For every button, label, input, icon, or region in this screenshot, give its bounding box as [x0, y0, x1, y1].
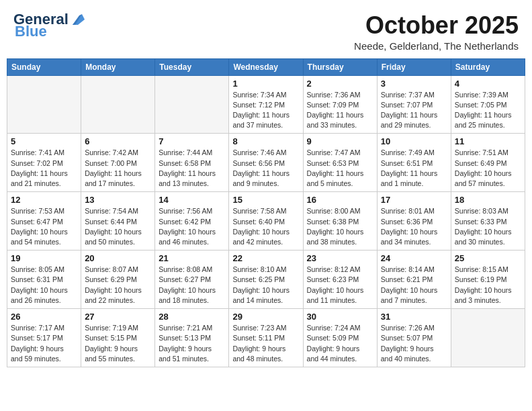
day-number: 23	[307, 253, 373, 263]
day-number: 26	[11, 312, 77, 322]
day-number: 27	[85, 312, 151, 322]
calendar-cell: 12Sunrise: 7:53 AM Sunset: 6:47 PM Dayli…	[7, 192, 81, 250]
calendar-table: SundayMondayTuesdayWednesdayThursdayFrid…	[7, 58, 525, 367]
day-info: Sunrise: 7:53 AM Sunset: 6:47 PM Dayligh…	[11, 206, 77, 247]
calendar-cell: 3Sunrise: 7:37 AM Sunset: 7:07 PM Daylig…	[377, 75, 451, 134]
calendar-cell: 30Sunrise: 7:24 AM Sunset: 5:09 PM Dayli…	[303, 309, 377, 367]
day-info: Sunrise: 7:19 AM Sunset: 5:15 PM Dayligh…	[85, 323, 151, 364]
calendar-cell: 29Sunrise: 7:23 AM Sunset: 5:11 PM Dayli…	[229, 309, 303, 367]
calendar-cell: 17Sunrise: 8:01 AM Sunset: 6:36 PM Dayli…	[377, 192, 451, 250]
calendar-cell: 23Sunrise: 8:12 AM Sunset: 6:23 PM Dayli…	[303, 250, 377, 309]
weekday-header-saturday: Saturday	[451, 58, 525, 75]
day-number: 18	[455, 195, 521, 205]
title-section: October 2025 Neede, Gelderland, The Neth…	[354, 12, 519, 52]
calendar-cell	[451, 309, 525, 367]
day-number: 21	[159, 253, 225, 263]
day-info: Sunrise: 7:34 AM Sunset: 7:12 PM Dayligh…	[232, 90, 299, 131]
calendar-cell: 19Sunrise: 8:05 AM Sunset: 6:31 PM Dayli…	[7, 250, 81, 309]
week-row-5: 26Sunrise: 7:17 AM Sunset: 5:17 PM Dayli…	[7, 309, 525, 367]
day-info: Sunrise: 7:54 AM Sunset: 6:44 PM Dayligh…	[85, 206, 151, 247]
day-info: Sunrise: 7:39 AM Sunset: 7:05 PM Dayligh…	[455, 90, 521, 131]
page-header: General Blue October 2025 Neede, Gelderl…	[7, 7, 525, 54]
day-info: Sunrise: 8:07 AM Sunset: 6:29 PM Dayligh…	[85, 265, 151, 306]
day-info: Sunrise: 8:05 AM Sunset: 6:31 PM Dayligh…	[11, 265, 77, 306]
day-number: 5	[11, 136, 77, 146]
logo: General Blue	[13, 12, 85, 39]
weekday-header-tuesday: Tuesday	[155, 58, 229, 75]
calendar-cell	[7, 75, 81, 134]
day-number: 15	[232, 195, 299, 205]
calendar-cell: 20Sunrise: 8:07 AM Sunset: 6:29 PM Dayli…	[81, 250, 155, 309]
calendar-cell: 27Sunrise: 7:19 AM Sunset: 5:15 PM Dayli…	[81, 309, 155, 367]
weekday-header-monday: Monday	[81, 58, 155, 75]
day-number: 1	[232, 79, 299, 89]
calendar-cell: 25Sunrise: 8:15 AM Sunset: 6:19 PM Dayli…	[451, 250, 525, 309]
day-number: 16	[307, 195, 373, 205]
day-number: 6	[85, 136, 151, 146]
day-info: Sunrise: 8:00 AM Sunset: 6:38 PM Dayligh…	[307, 206, 373, 247]
calendar-cell: 22Sunrise: 8:10 AM Sunset: 6:25 PM Dayli…	[229, 250, 303, 309]
day-number: 20	[85, 253, 151, 263]
day-number: 24	[381, 253, 447, 263]
day-number: 8	[232, 136, 299, 146]
day-number: 19	[11, 253, 77, 263]
calendar-cell: 9Sunrise: 7:47 AM Sunset: 6:53 PM Daylig…	[303, 134, 377, 192]
calendar-cell: 31Sunrise: 7:26 AM Sunset: 5:07 PM Dayli…	[377, 309, 451, 367]
day-number: 9	[307, 136, 373, 146]
calendar-cell: 16Sunrise: 8:00 AM Sunset: 6:38 PM Dayli…	[303, 192, 377, 250]
day-info: Sunrise: 7:23 AM Sunset: 5:11 PM Dayligh…	[232, 323, 299, 364]
day-info: Sunrise: 7:17 AM Sunset: 5:17 PM Dayligh…	[11, 323, 77, 364]
day-info: Sunrise: 7:41 AM Sunset: 7:02 PM Dayligh…	[11, 148, 77, 189]
day-info: Sunrise: 8:03 AM Sunset: 6:33 PM Dayligh…	[455, 206, 521, 247]
calendar-cell: 28Sunrise: 7:21 AM Sunset: 5:13 PM Dayli…	[155, 309, 229, 367]
calendar-cell: 2Sunrise: 7:36 AM Sunset: 7:09 PM Daylig…	[303, 75, 377, 134]
calendar-cell: 14Sunrise: 7:56 AM Sunset: 6:42 PM Dayli…	[155, 192, 229, 250]
calendar-cell: 11Sunrise: 7:51 AM Sunset: 6:49 PM Dayli…	[451, 134, 525, 192]
calendar-cell: 21Sunrise: 8:08 AM Sunset: 6:27 PM Dayli…	[155, 250, 229, 309]
day-number: 25	[455, 253, 521, 263]
calendar-cell: 6Sunrise: 7:42 AM Sunset: 7:00 PM Daylig…	[81, 134, 155, 192]
calendar-cell: 24Sunrise: 8:14 AM Sunset: 6:21 PM Dayli…	[377, 250, 451, 309]
calendar-cell: 7Sunrise: 7:44 AM Sunset: 6:58 PM Daylig…	[155, 134, 229, 192]
day-number: 31	[381, 312, 447, 322]
day-info: Sunrise: 7:46 AM Sunset: 6:56 PM Dayligh…	[232, 148, 299, 189]
day-number: 13	[85, 195, 151, 205]
day-info: Sunrise: 7:36 AM Sunset: 7:09 PM Dayligh…	[307, 90, 373, 131]
day-info: Sunrise: 8:15 AM Sunset: 6:19 PM Dayligh…	[455, 265, 521, 306]
day-info: Sunrise: 7:49 AM Sunset: 6:51 PM Dayligh…	[381, 148, 447, 189]
day-number: 7	[159, 136, 225, 146]
calendar-cell: 13Sunrise: 7:54 AM Sunset: 6:44 PM Dayli…	[81, 192, 155, 250]
calendar-cell: 18Sunrise: 8:03 AM Sunset: 6:33 PM Dayli…	[451, 192, 525, 250]
day-number: 30	[307, 312, 373, 322]
day-info: Sunrise: 7:26 AM Sunset: 5:07 PM Dayligh…	[381, 323, 447, 364]
day-number: 4	[455, 79, 521, 89]
calendar-cell: 26Sunrise: 7:17 AM Sunset: 5:17 PM Dayli…	[7, 309, 81, 367]
weekday-header-sunday: Sunday	[7, 58, 81, 75]
day-info: Sunrise: 7:56 AM Sunset: 6:42 PM Dayligh…	[159, 206, 225, 247]
calendar-cell	[81, 75, 155, 134]
day-info: Sunrise: 8:10 AM Sunset: 6:25 PM Dayligh…	[232, 265, 299, 306]
day-number: 14	[159, 195, 225, 205]
day-info: Sunrise: 7:51 AM Sunset: 6:49 PM Dayligh…	[455, 148, 521, 189]
day-number: 29	[232, 312, 299, 322]
day-info: Sunrise: 8:01 AM Sunset: 6:36 PM Dayligh…	[381, 206, 447, 247]
day-number: 10	[381, 136, 447, 146]
calendar-cell: 5Sunrise: 7:41 AM Sunset: 7:02 PM Daylig…	[7, 134, 81, 192]
day-number: 2	[307, 79, 373, 89]
calendar-cell: 4Sunrise: 7:39 AM Sunset: 7:05 PM Daylig…	[451, 75, 525, 134]
weekday-header-wednesday: Wednesday	[229, 58, 303, 75]
day-info: Sunrise: 7:44 AM Sunset: 6:58 PM Dayligh…	[159, 148, 225, 189]
day-info: Sunrise: 7:21 AM Sunset: 5:13 PM Dayligh…	[159, 323, 225, 364]
calendar-cell: 15Sunrise: 7:58 AM Sunset: 6:40 PM Dayli…	[229, 192, 303, 250]
week-row-3: 12Sunrise: 7:53 AM Sunset: 6:47 PM Dayli…	[7, 192, 525, 250]
day-info: Sunrise: 7:42 AM Sunset: 7:00 PM Dayligh…	[85, 148, 151, 189]
day-info: Sunrise: 7:47 AM Sunset: 6:53 PM Dayligh…	[307, 148, 373, 189]
day-info: Sunrise: 8:12 AM Sunset: 6:23 PM Dayligh…	[307, 265, 373, 306]
week-row-4: 19Sunrise: 8:05 AM Sunset: 6:31 PM Dayli…	[7, 250, 525, 309]
calendar-cell: 8Sunrise: 7:46 AM Sunset: 6:56 PM Daylig…	[229, 134, 303, 192]
day-number: 12	[11, 195, 77, 205]
week-row-1: 1Sunrise: 7:34 AM Sunset: 7:12 PM Daylig…	[7, 75, 525, 134]
day-number: 3	[381, 79, 447, 89]
day-info: Sunrise: 7:24 AM Sunset: 5:09 PM Dayligh…	[307, 323, 373, 364]
day-number: 28	[159, 312, 225, 322]
